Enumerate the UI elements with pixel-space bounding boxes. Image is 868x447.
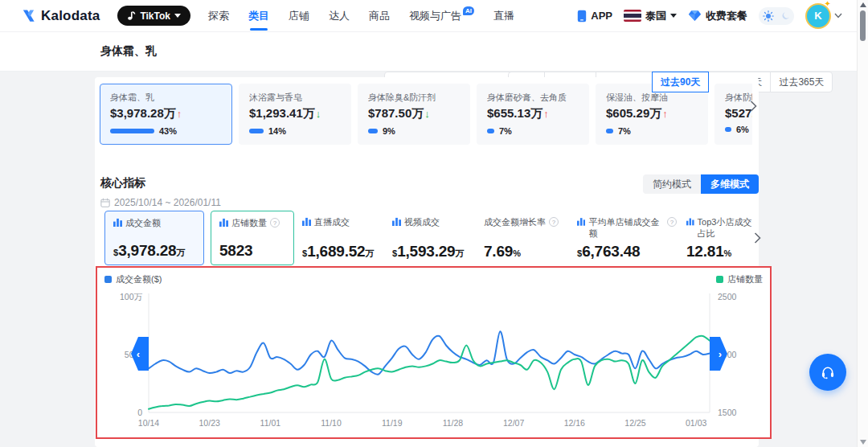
category-amount: $787.50万 <box>368 106 424 120</box>
legend-swatch-green <box>716 276 723 283</box>
nav-explore[interactable]: 探索 <box>208 0 229 32</box>
range-365d[interactable]: 过去365天 <box>770 72 833 92</box>
svg-text:‹: ‹ <box>137 348 140 360</box>
share-bar <box>368 129 378 133</box>
range-90d[interactable]: 过去90天 <box>652 72 709 92</box>
legend-shop-count[interactable]: 店铺数量 <box>716 273 763 285</box>
metric-label-row: 成交金额增长率 ? <box>484 217 567 228</box>
kalodata-logo[interactable]: Kalodata <box>21 8 100 24</box>
kalodata-logo-icon <box>21 8 36 23</box>
bar-chart-icon <box>577 217 585 226</box>
share-bar <box>249 129 264 133</box>
metric-label: 成交金额增长率 <box>484 217 546 228</box>
chevron-right-icon <box>754 232 761 244</box>
category-cards-row: 身体霜、乳 $3,978.28万↑ 43% 沐浴露与香皂 $1,293.41万↓… <box>100 84 752 145</box>
svg-text:11/19: 11/19 <box>382 418 403 428</box>
platform-selector[interactable]: TikTok <box>117 6 190 26</box>
unit-suffix: 万 <box>455 248 464 258</box>
category-name: 沐浴露与香皂 <box>249 92 341 104</box>
category-card[interactable]: 沐浴露与香皂 $1,293.41万↓ 14% <box>239 84 351 145</box>
category-card[interactable]: 身体除臭&防汗剂 $787.50万↓ 9% <box>358 84 470 145</box>
share-bar <box>110 129 154 133</box>
info-icon[interactable]: ? <box>549 217 559 227</box>
ai-badge: AI <box>463 6 474 15</box>
metric-gmv[interactable]: 成交金额 $3,978.28万 <box>104 211 204 265</box>
share-percent: 14% <box>268 126 286 136</box>
metric-label-row: Top3小店成交占比 <box>686 217 760 240</box>
category-card[interactable]: 保湿油、按摩油 $605.29万↑ 7% <box>596 84 708 145</box>
category-card[interactable]: 身体磨砂膏、去角质 $655.13万↑ 7% <box>477 84 589 145</box>
theme-toggle[interactable] <box>759 7 794 25</box>
share-bar <box>487 129 494 133</box>
svg-text:2500: 2500 <box>718 292 737 301</box>
scroll-up-icon[interactable] <box>860 2 866 7</box>
nav-shop[interactable]: 店铺 <box>289 0 309 32</box>
metric-label-row: 成交金额 <box>113 218 195 229</box>
share-bar <box>725 127 731 132</box>
metric-value: $1,689.52万 <box>302 243 383 260</box>
metric-video-gmv[interactable]: 视频成交 $1,593.29万 <box>391 211 476 265</box>
core-date-range: 2025/10/14 ~ 2026/01/11 <box>100 197 221 208</box>
svg-text:11/01: 11/01 <box>260 418 281 428</box>
legend-gmv[interactable]: 成交金额($) <box>104 273 162 285</box>
cards-scroll-right-button[interactable] <box>746 96 760 116</box>
phone-icon <box>577 10 587 23</box>
svg-text:11/28: 11/28 <box>443 418 464 428</box>
category-value: $605.29万↑ <box>606 106 698 121</box>
metric-avg-shop-gmv[interactable]: 平均单店铺成交金额 ? $6,763.48 <box>575 211 678 265</box>
svg-text:0: 0 <box>137 408 142 417</box>
info-icon[interactable]: ? <box>667 217 677 227</box>
metric-value: 5823 <box>219 242 285 260</box>
category-share-row: 7% <box>606 126 698 136</box>
svg-text:10/23: 10/23 <box>199 418 220 428</box>
category-value: $3,978.28万↑ <box>110 106 222 121</box>
metric-shop-count[interactable]: 店铺数量 ? 5823 <box>211 211 294 265</box>
nav-category[interactable]: 类目 <box>248 0 269 32</box>
metric-label: 成交金额 <box>125 218 161 229</box>
nav-video-ads[interactable]: 视频与广告AI <box>409 0 474 32</box>
category-card[interactable]: 身体霜、乳 $3,978.28万↑ 43% <box>100 84 232 145</box>
pricing-plan[interactable]: 收费套餐 <box>688 9 747 23</box>
mode-multi[interactable]: 多维模式 <box>701 174 759 194</box>
svg-text:12/07: 12/07 <box>503 418 524 428</box>
unit-suffix: 万 <box>176 248 185 257</box>
metric-value: 12.81% <box>686 243 760 260</box>
user-menu[interactable]: K ✦ <box>805 3 842 29</box>
metrics-scroll-right-button[interactable] <box>751 230 764 246</box>
share-percent: 43% <box>159 126 177 136</box>
share-bar <box>606 129 613 133</box>
svg-text:10/14: 10/14 <box>138 418 159 428</box>
category-value: $787.50万↓ <box>368 106 460 121</box>
page-subheader: 身体霜、乳 2025/10/14 → 2026/01/11 昨日 过去7天 过去… <box>0 32 857 72</box>
metric-label: 直播成交 <box>314 217 350 228</box>
category-value: $1,293.41万↓ <box>249 106 341 121</box>
category-share-row: 14% <box>249 126 341 136</box>
category-amount: $655.13万 <box>487 106 542 120</box>
metric-gmv-growth[interactable]: 成交金额增长率 ? 7.69% <box>482 211 569 265</box>
trend-arrow-icon: ↓ <box>316 108 321 120</box>
vertical-scrollbar[interactable] <box>857 0 868 447</box>
nav-product[interactable]: 商品 <box>369 0 390 32</box>
metric-live-gmv[interactable]: 直播成交 $1,689.52万 <box>301 211 384 265</box>
sun-icon <box>763 10 774 22</box>
dual-axis-line-chart[interactable]: 100万50万025002000150010/1410/2311/0111/10… <box>97 268 770 437</box>
customer-service-button[interactable] <box>809 354 846 391</box>
app-download[interactable]: APP <box>577 10 612 23</box>
category-value: $655.13万↑ <box>487 106 579 121</box>
scroll-down-icon[interactable] <box>860 440 866 445</box>
metric-label: 视频成交 <box>404 217 440 228</box>
nav-live[interactable]: 直播 <box>493 0 514 32</box>
nav-creator[interactable]: 达人 <box>329 0 350 32</box>
core-date-range-value: 2025/10/14 ~ 2026/01/11 <box>114 197 221 208</box>
region-selector[interactable]: 泰国 <box>624 9 677 23</box>
info-icon[interactable]: ? <box>270 218 280 228</box>
app-label: APP <box>591 10 612 22</box>
scrollbar-thumb[interactable] <box>860 10 866 41</box>
metric-label: 店铺数量 <box>231 218 267 229</box>
moon-icon <box>781 11 791 21</box>
svg-text:100万: 100万 <box>120 292 143 301</box>
mode-simple[interactable]: 简约模式 <box>643 174 701 194</box>
nav-video-ads-label: 视频与广告 <box>409 9 461 23</box>
unit-suffix: 万 <box>365 248 374 258</box>
metric-label-row: 平均单店铺成交金额 ? <box>577 217 677 240</box>
